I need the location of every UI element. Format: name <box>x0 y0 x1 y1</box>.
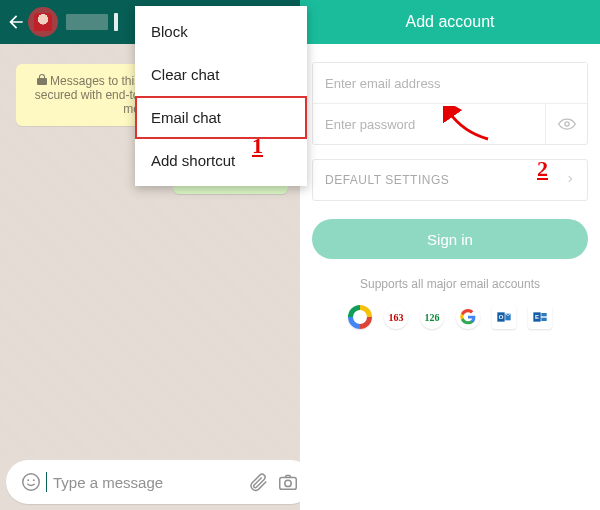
emoji-icon[interactable] <box>16 471 46 493</box>
add-account-panel: Add account DEFAULT SETTINGS Sign in Sup <box>300 0 600 510</box>
divider-icon <box>114 13 118 31</box>
svg-point-2 <box>33 479 35 481</box>
menu-item-block[interactable]: Block <box>135 10 307 53</box>
text-caret <box>46 472 47 492</box>
contact-name-area[interactable] <box>66 13 118 31</box>
svg-point-1 <box>27 479 29 481</box>
back-arrow-icon[interactable] <box>6 12 26 32</box>
provider-qqmail-icon[interactable] <box>348 305 372 329</box>
svg-rect-3 <box>280 477 297 489</box>
sign-in-label: Sign in <box>427 231 473 248</box>
add-account-body: DEFAULT SETTINGS Sign in Supports all ma… <box>300 44 600 347</box>
attachment-icon[interactable] <box>243 471 273 493</box>
sign-in-button[interactable]: Sign in <box>312 219 588 259</box>
overflow-menu: Block Clear chat Email chat Add shortcut <box>135 6 307 186</box>
avatar[interactable] <box>28 7 58 37</box>
provider-row: 163 126 O E <box>312 305 588 329</box>
add-account-header: Add account <box>300 0 600 44</box>
password-field[interactable] <box>313 104 545 144</box>
provider-outlook-icon[interactable]: O <box>492 305 516 329</box>
svg-rect-10 <box>541 313 546 316</box>
lock-icon <box>37 74 47 86</box>
svg-rect-11 <box>541 318 546 321</box>
message-input[interactable] <box>49 474 243 491</box>
svg-point-0 <box>23 474 40 491</box>
add-account-title: Add account <box>406 13 495 31</box>
credentials-group <box>312 62 588 145</box>
svg-text:O: O <box>499 314 504 320</box>
email-field[interactable] <box>313 63 587 103</box>
provider-exchange-icon[interactable]: E <box>528 305 552 329</box>
svg-point-4 <box>285 480 291 486</box>
contact-name-redacted <box>66 14 108 30</box>
show-password-icon[interactable] <box>545 104 587 144</box>
provider-126-icon[interactable]: 126 <box>420 305 444 329</box>
svg-point-5 <box>564 122 568 126</box>
whatsapp-chat-panel: Messages to this chat and calls are now … <box>0 0 300 510</box>
provider-163-icon[interactable]: 163 <box>384 305 408 329</box>
menu-item-add-shortcut[interactable]: Add shortcut <box>135 139 307 182</box>
message-input-pill <box>6 460 313 504</box>
default-settings-label: DEFAULT SETTINGS <box>325 173 449 187</box>
support-text: Supports all major email accounts <box>312 277 588 291</box>
default-settings-row[interactable]: DEFAULT SETTINGS <box>312 159 588 201</box>
menu-item-clear-chat[interactable]: Clear chat <box>135 53 307 96</box>
provider-google-icon[interactable] <box>456 305 480 329</box>
message-input-bar <box>6 460 294 504</box>
menu-item-email-chat[interactable]: Email chat <box>135 96 307 139</box>
password-row <box>313 104 587 144</box>
svg-text:E: E <box>535 314 539 320</box>
camera-icon[interactable] <box>273 471 303 493</box>
chevron-right-icon <box>565 172 575 189</box>
email-row <box>313 63 587 103</box>
